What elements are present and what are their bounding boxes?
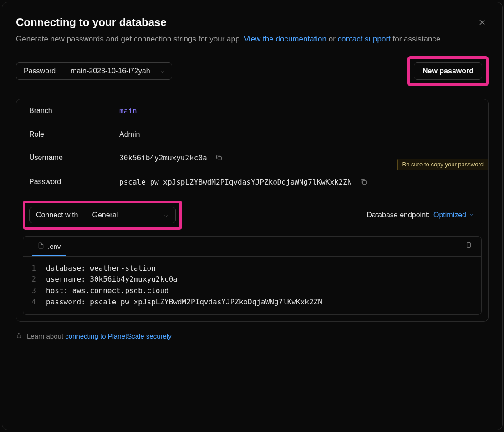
database-endpoint-value: Optimized	[433, 211, 466, 219]
code-tabs: .env	[23, 237, 481, 257]
connection-modal: Connecting to your database Generate new…	[2, 2, 503, 430]
database-endpoint-dropdown[interactable]: Optimized	[433, 211, 474, 219]
subtitle-text-mid: or	[326, 35, 338, 43]
copy-password-button[interactable]	[360, 178, 367, 185]
new-password-button[interactable]: New password	[414, 62, 482, 80]
password-selector-value: main-2023-10-16-i72yah	[71, 67, 150, 75]
password-label: Password	[29, 178, 119, 186]
copy-code-button[interactable]	[465, 241, 472, 251]
contact-support-link[interactable]: contact support	[338, 35, 391, 43]
connect-with-label: Connect with	[29, 207, 85, 223]
password-row: Be sure to copy your password Password p…	[16, 170, 488, 194]
role-label: Role	[29, 130, 119, 139]
password-selector-label: Password	[16, 62, 63, 80]
chevron-down-icon	[163, 212, 169, 218]
connect-with-value: General	[92, 211, 118, 219]
svg-rect-2	[467, 243, 471, 248]
svg-rect-0	[218, 156, 221, 160]
username-label: Username	[29, 154, 119, 162]
code-line-content: database: weather-station	[46, 263, 156, 274]
footer-secure-link[interactable]: connecting to PlanetScale securely	[65, 332, 171, 340]
code-panel: .env 1database: weather-station 2usernam…	[23, 236, 482, 315]
subtitle-text-pre: Generate new passwords and get connectio…	[16, 35, 244, 43]
code-line: 1database: weather-station	[23, 263, 481, 274]
code-tab-filename: .env	[48, 242, 61, 250]
role-value: Admin	[119, 130, 140, 139]
database-endpoint-label: Database endpoint:	[367, 211, 430, 219]
password-toolbar: Password main-2023-10-16-i72yah New pass…	[16, 56, 489, 86]
close-icon	[478, 19, 487, 29]
modal-title: Connecting to your database	[16, 16, 443, 29]
password-selector-dropdown[interactable]: main-2023-10-16-i72yah	[63, 62, 172, 80]
password-selector-group: Password main-2023-10-16-i72yah	[16, 62, 172, 80]
code-line: 4password: pscale_pw_xpJspLZYBwdM2PIqvda…	[23, 297, 481, 308]
connect-bar: Connect with General Database endpoint: …	[16, 194, 488, 236]
modal-subtitle: Generate new passwords and get connectio…	[16, 33, 443, 45]
code-line-content: password: pscale_pw_xpJspLZYBwdM2PIqvdas…	[46, 297, 322, 308]
modal-header: Connecting to your database Generate new…	[16, 16, 489, 56]
file-icon	[38, 242, 44, 251]
subtitle-text-post: for assistance.	[391, 35, 443, 43]
chevron-down-icon	[160, 68, 165, 74]
code-line-content: host: aws.connect.psdb.cloud	[46, 285, 169, 297]
code-tab-env[interactable]: .env	[32, 237, 66, 256]
code-body: 1database: weather-station 2username: 30…	[23, 257, 481, 314]
footer: Learn about connecting to PlanetScale se…	[16, 332, 489, 340]
copy-username-button[interactable]	[215, 154, 223, 161]
connect-with-dropdown[interactable]: General	[85, 207, 176, 223]
password-copy-tip: Be sure to copy your password	[397, 159, 489, 170]
password-value: pscale_pw_xpJspLZYBwdM2PIqvdasYJPZkoDqja…	[119, 178, 352, 186]
username-value: 30k56ib4y2muxyu2kc0a	[119, 154, 207, 162]
code-line-content: username: 30k56ib4y2muxyu2kc0a	[46, 274, 178, 285]
role-row: Role Admin	[16, 123, 488, 146]
svg-rect-3	[17, 335, 21, 338]
svg-rect-1	[362, 180, 366, 184]
connection-details-panel: Branch main Role Admin Username 30k56ib4…	[16, 99, 489, 322]
view-documentation-link[interactable]: View the documentation	[244, 35, 326, 43]
branch-link[interactable]: main	[119, 107, 137, 115]
highlight-connect-with: Connect with General	[23, 201, 182, 230]
lock-icon	[16, 332, 22, 340]
code-line: 3host: aws.connect.psdb.cloud	[23, 285, 481, 297]
branch-label: Branch	[29, 107, 119, 115]
close-button[interactable]	[476, 16, 489, 31]
database-endpoint-group: Database endpoint: Optimized	[367, 211, 482, 219]
code-line: 2username: 30k56ib4y2muxyu2kc0a	[23, 274, 481, 285]
branch-row: Branch main	[16, 99, 488, 123]
highlight-new-password: New password	[407, 56, 489, 86]
chevron-down-icon	[469, 211, 474, 219]
footer-text: Learn about	[27, 332, 65, 340]
